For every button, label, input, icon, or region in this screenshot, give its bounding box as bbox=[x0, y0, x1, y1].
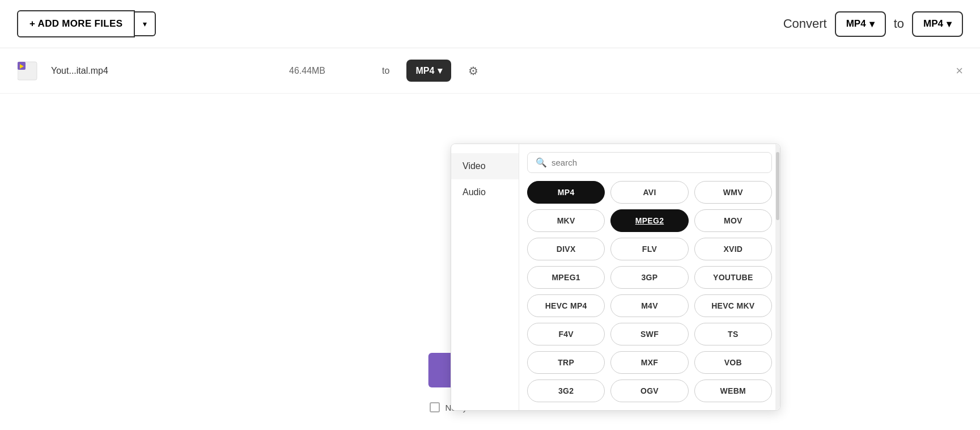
format-option-youtube[interactable]: YOUTUBE bbox=[694, 266, 772, 289]
format-option-trp[interactable]: TRP bbox=[527, 351, 605, 374]
notify-checkbox[interactable] bbox=[430, 402, 440, 412]
main-area: Yout...ital.mp4 46.44MB to MP4 ▾ ⚙ × Vid… bbox=[0, 48, 980, 430]
format-option-hevc-mp4[interactable]: HEVC MP4 bbox=[527, 294, 605, 317]
format-option-3g2[interactable]: 3G2 bbox=[527, 380, 605, 402]
dropdown-sidebar: Video Audio bbox=[451, 144, 519, 410]
format-option-flv[interactable]: FLV bbox=[610, 238, 688, 260]
format-option-mpeg2[interactable]: MPEG2 bbox=[610, 209, 688, 232]
file-row: Yout...ital.mp4 46.44MB to MP4 ▾ ⚙ × bbox=[0, 48, 980, 94]
format-option-vob[interactable]: VOB bbox=[694, 351, 772, 374]
format-option-mpeg1[interactable]: MPEG1 bbox=[527, 266, 605, 289]
chevron-down-icon: ▾ bbox=[438, 65, 442, 76]
format-option-mp4[interactable]: MP4 bbox=[527, 181, 605, 204]
format-option-ts[interactable]: TS bbox=[694, 323, 772, 345]
format-to-label: MP4 bbox=[923, 18, 943, 29]
format-option-xvid[interactable]: XVID bbox=[694, 238, 772, 260]
sidebar-video-label: Video bbox=[463, 161, 486, 171]
format-option-mxf[interactable]: MXF bbox=[610, 351, 688, 374]
sidebar-item-audio[interactable]: Audio bbox=[451, 179, 519, 205]
file-format-select-button[interactable]: MP4 ▾ bbox=[406, 60, 451, 82]
file-size: 46.44MB bbox=[289, 66, 325, 76]
header-format-from-button[interactable]: MP4 ▾ bbox=[835, 11, 886, 37]
sidebar-item-video[interactable]: Video bbox=[451, 153, 519, 179]
chevron-down-icon: ▾ bbox=[947, 18, 952, 30]
format-grid: MP4AVIWMVMKVMPEG2MOVDIVXFLVXVIDMPEG13GPY… bbox=[527, 181, 772, 402]
header: + ADD MORE FILES ▾ Convert MP4 ▾ to MP4 … bbox=[0, 0, 980, 48]
chevron-down-icon: ▾ bbox=[869, 18, 875, 30]
settings-button[interactable]: ⚙ bbox=[465, 61, 482, 81]
scrollbar-thumb bbox=[776, 152, 779, 220]
format-option-f4v[interactable]: F4V bbox=[527, 323, 605, 345]
gear-icon: ⚙ bbox=[468, 65, 478, 77]
format-option-mkv[interactable]: MKV bbox=[527, 209, 605, 232]
chevron-down-icon: ▾ bbox=[143, 19, 147, 28]
format-option-hevc-mkv[interactable]: HEVC MKV bbox=[694, 294, 772, 317]
search-icon: 🔍 bbox=[536, 157, 547, 168]
header-right: Convert MP4 ▾ to MP4 ▾ bbox=[783, 11, 963, 37]
format-option-divx[interactable]: DIVX bbox=[527, 238, 605, 260]
format-option-mov[interactable]: MOV bbox=[694, 209, 772, 232]
format-option-avi[interactable]: AVI bbox=[610, 181, 688, 204]
add-files-label: + ADD MORE FILES bbox=[29, 18, 122, 29]
file-to-label: to bbox=[382, 66, 389, 76]
format-option-m4v[interactable]: M4V bbox=[610, 294, 688, 317]
format-dropdown: Video Audio 🔍 MP4AVIWMVMKVMPEG2MOVDIVXFL… bbox=[451, 144, 780, 411]
header-left: + ADD MORE FILES ▾ bbox=[17, 10, 156, 37]
to-label: to bbox=[894, 16, 904, 31]
format-from-label: MP4 bbox=[846, 18, 866, 29]
close-icon: × bbox=[956, 64, 963, 78]
convert-label: Convert bbox=[783, 16, 827, 31]
add-files-dropdown-button[interactable]: ▾ bbox=[135, 11, 156, 36]
dropdown-panel: 🔍 MP4AVIWMVMKVMPEG2MOVDIVXFLVXVIDMPEG13G… bbox=[519, 144, 780, 410]
format-option-webm[interactable]: WEBM bbox=[694, 380, 772, 402]
format-option-3gp[interactable]: 3GP bbox=[610, 266, 688, 289]
search-input[interactable] bbox=[551, 158, 763, 167]
file-format-label: MP4 bbox=[415, 66, 434, 76]
format-option-swf[interactable]: SWF bbox=[610, 323, 688, 345]
close-file-button[interactable]: × bbox=[956, 64, 963, 78]
header-format-to-button[interactable]: MP4 ▾ bbox=[912, 11, 963, 37]
file-icon bbox=[17, 61, 40, 81]
add-files-button[interactable]: + ADD MORE FILES bbox=[17, 10, 135, 37]
file-name: Yout...ital.mp4 bbox=[51, 66, 164, 76]
search-bar: 🔍 bbox=[527, 152, 772, 173]
format-option-ogv[interactable]: OGV bbox=[610, 380, 688, 402]
sidebar-audio-label: Audio bbox=[463, 187, 486, 197]
scrollbar[interactable] bbox=[775, 144, 780, 410]
format-option-wmv[interactable]: WMV bbox=[694, 181, 772, 204]
